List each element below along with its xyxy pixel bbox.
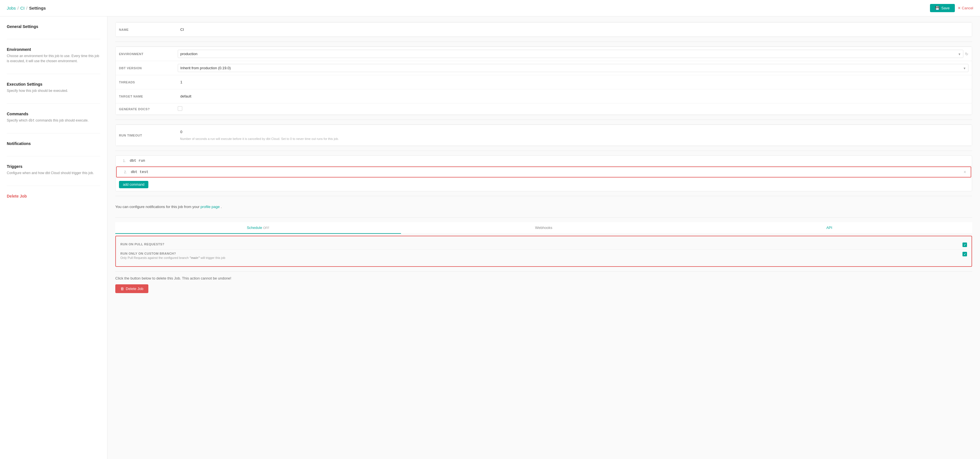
delete-job-section: Click the button below to delete this Jo… [115,276,972,293]
custom-branch-note: Only Pull Requests against the configure… [120,256,958,260]
env-select[interactable]: production development staging [178,50,963,58]
command-num-1: 1. [119,159,126,163]
breadcrumb-sep-2: / [26,6,27,10]
left-panel: General Settings Environment Choose an e… [0,16,107,459]
right-panel: NAME ENVIRONMENT production development [107,16,980,459]
run-on-custom-branch-label: RUN ONLY ON CUSTOM BRANCH? [120,252,958,255]
breadcrumb-sep-1: / [18,6,19,10]
threads-input-wrapper [178,78,972,86]
name-value-wrapper [178,26,972,33]
tab-schedule[interactable]: Schedule OFF [115,222,401,234]
run-timeout-label: RUN TIMEOUT [116,134,178,137]
execution-desc: Specify how this job should be executed. [7,88,100,93]
dbt-version-label: DBT VERSION [116,67,178,70]
tab-webhooks-label: Webhooks [535,226,552,230]
tab-webhooks[interactable]: Webhooks [401,222,687,234]
run-timeout-input-wrapper: Number of seconds a run will execute bef… [178,128,972,143]
environment-desc: Choose an environment for this job to us… [7,53,100,64]
command-row-1: 1. [116,156,972,166]
name-row: NAME [116,22,972,37]
threads-row: THREADS [116,75,972,89]
triggers-tabs: Schedule OFF Webhooks API [115,222,972,234]
tab-api-label: API [826,226,832,230]
add-command-wrapper: add command [116,178,972,191]
triggers-section: Schedule OFF Webhooks API RUN ON PULL RE… [115,222,972,267]
tab-schedule-label: Schedule [247,226,262,230]
target-name-row: TARGET NAME [116,89,972,104]
execution-fields: RUN TIMEOUT Number of seconds a run will… [115,124,972,146]
dbt-version-select-container: Inherit from production (0.19.0) [178,64,969,72]
run-on-pr-label: RUN ON PULL REQUESTS? [120,242,963,246]
tab-schedule-badge: OFF [263,226,269,230]
delete-job-button[interactable]: 🗑 Delete Job [115,284,148,293]
generate-docs-checkbox[interactable] [178,106,182,111]
run-timeout-input[interactable] [178,128,969,136]
header-actions: 💾 Save ✕ Cancel [930,4,973,12]
add-command-button[interactable]: add command [119,181,148,188]
cancel-icon: ✕ [958,6,961,10]
run-on-custom-branch-checkbox[interactable] [963,252,967,257]
notifications-text-after: . [221,205,222,209]
triggers-section-left: Triggers Configure when and how dbt Clou… [7,164,100,175]
run-on-pr-row: RUN ON PULL REQUESTS? [120,240,967,250]
delete-job-title: Delete Job [7,194,100,198]
general-settings-title: General Settings [7,24,100,29]
commands-section-left: Commands Specify which dbt commands this… [7,112,100,123]
jobs-breadcrumb-link[interactable]: Jobs [7,6,16,10]
generate-docs-row: GENERATE DOCS? [116,104,972,115]
refresh-icon[interactable]: ↻ [965,52,969,56]
run-on-custom-branch-row: RUN ONLY ON CUSTOM BRANCH? Only Pull Req… [120,250,967,262]
ci-breadcrumb-link[interactable]: CI [20,6,25,10]
threads-label: THREADS [116,81,178,84]
dbt-version-row: DBT VERSION Inherit from production (0.1… [116,61,972,75]
delete-section-left: Delete Job [7,194,100,198]
notifications-title: Notifications [7,141,100,146]
commands-desc: Specify which dbt commands this job shou… [7,118,100,123]
run-on-pr-checkbox[interactable] [963,242,967,247]
header: Jobs / CI / Settings 💾 Save ✕ Cancel [0,0,980,16]
triggers-desc: Configure when and how dbt Cloud should … [7,171,100,175]
commands-title: Commands [7,112,100,116]
env-select-wrapper: production development staging ↻ [178,50,972,58]
env-select-container: production development staging [178,50,963,58]
dbt-version-select-wrapper: Inherit from production (0.19.0) [178,64,972,72]
run-timeout-row: RUN TIMEOUT Number of seconds a run will… [116,124,972,146]
profile-page-link[interactable]: profile page [200,205,220,209]
execution-section-left: Execution Settings Specify how this job … [7,82,100,93]
command-row-2: 2. × [116,166,971,177]
threads-input[interactable] [178,78,969,86]
save-button[interactable]: 💾 Save [930,4,955,12]
command-num-2: 2. [120,170,127,174]
cancel-button[interactable]: ✕ Cancel [958,6,973,10]
environment-row: ENVIRONMENT production development stagi… [116,47,972,61]
delete-job-desc: Click the button below to delete this Jo… [115,276,972,280]
env-label: ENVIRONMENT [116,52,178,56]
triggers-content: RUN ON PULL REQUESTS? RUN ONLY ON CUSTOM… [115,236,972,267]
notifications-section-left: Notifications [7,141,100,146]
generate-docs-label: GENERATE DOCS? [116,107,178,111]
execution-title: Execution Settings [7,82,100,86]
env-select-row: production development staging ↻ [178,50,969,58]
command-delete-2[interactable]: × [963,170,967,175]
commands-fields: 1. 2. × add command [115,155,972,191]
main-layout: General Settings Environment Choose an e… [0,16,980,459]
command-input-2[interactable] [130,169,963,175]
notifications-text-before: You can configure notifications for this… [115,205,200,209]
run-on-pr-label-group: RUN ON PULL REQUESTS? [120,242,963,246]
name-input[interactable] [178,26,969,33]
target-name-input[interactable] [178,92,969,100]
breadcrumb: Jobs / CI / Settings [7,6,46,10]
run-timeout-note: Number of seconds a run will execute bef… [178,136,969,143]
dbt-version-select[interactable]: Inherit from production (0.19.0) [178,64,969,72]
target-name-label: TARGET NAME [116,95,178,98]
notifications-text: You can configure notifications for this… [115,201,972,213]
run-on-custom-branch-label-group: RUN ONLY ON CUSTOM BRANCH? Only Pull Req… [120,252,958,260]
triggers-title: Triggers [7,164,100,169]
tab-api[interactable]: API [686,222,972,234]
general-settings-fields: NAME [115,22,972,37]
settings-breadcrumb-current: Settings [29,6,46,10]
environment-section-left: Environment Choose an environment for th… [7,47,100,64]
save-icon: 💾 [935,6,940,10]
generate-docs-checkbox-wrapper [178,106,972,112]
command-input-1[interactable] [129,158,969,163]
